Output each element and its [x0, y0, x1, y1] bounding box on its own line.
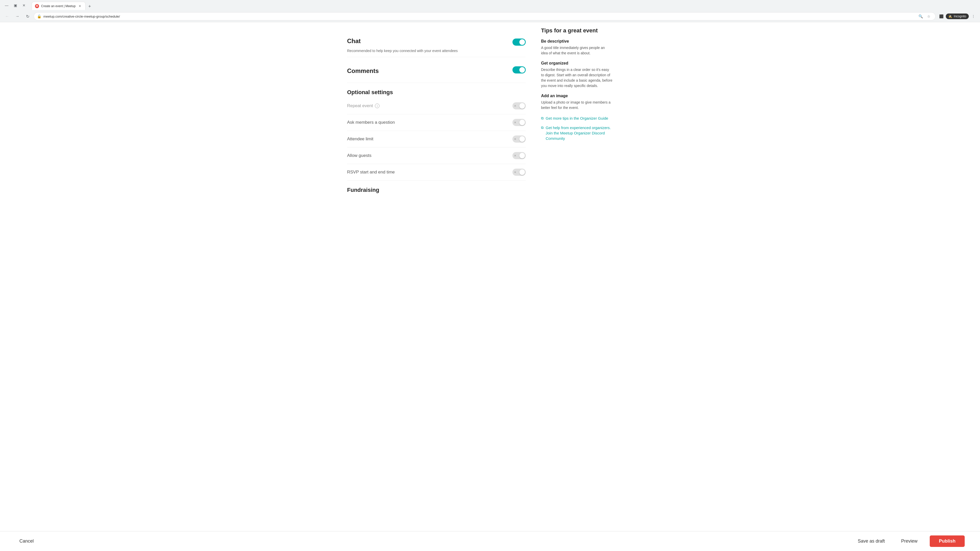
allow-guests-label: Allow guests: [347, 153, 371, 158]
repeat-event-info-icon[interactable]: i: [375, 103, 380, 108]
tab-close-button[interactable]: ✕: [78, 4, 82, 8]
chat-helper-text: Recommended to help keep you connected w…: [347, 49, 458, 53]
incognito-icon: 🕵: [948, 14, 952, 18]
minimize-button[interactable]: —: [3, 2, 10, 9]
tip-add-image: Add an image Upload a photo or image to …: [541, 94, 612, 110]
discord-link[interactable]: Get help from experienced organizers. Jo…: [546, 125, 612, 141]
comments-toggle[interactable]: ✓: [512, 66, 526, 73]
close-button[interactable]: ✕: [21, 2, 27, 9]
url-text: meetup.com/creative-circle-meetup-group/…: [43, 14, 915, 18]
search-icon[interactable]: 🔍: [917, 13, 924, 20]
rsvp-time-row: RSVP start and end time ✕: [347, 164, 526, 181]
discord-link-container: ⧉ Get help from experienced organizers. …: [541, 125, 612, 141]
reload-button[interactable]: ↻: [24, 12, 32, 21]
ask-members-toggle[interactable]: ✕: [512, 119, 526, 126]
repeat-event-x-icon: ✕: [514, 104, 516, 108]
organizer-guide-link-container: ⧉ Get more tips in the Organizer Guide: [541, 116, 612, 121]
repeat-event-row: Repeat event i ✕: [347, 98, 526, 114]
comments-label: Comments: [347, 67, 379, 75]
ask-members-toggle-thumb: [519, 120, 525, 125]
attendee-limit-toggle-track: ✕: [512, 135, 526, 143]
optional-settings-title: Optional settings: [347, 89, 526, 96]
lock-icon: 🔒: [37, 14, 41, 18]
tips-sidebar: Tips for a great event Be descriptive A …: [526, 22, 612, 225]
maximize-button[interactable]: ▣: [12, 2, 19, 9]
browser-titlebar: — ▣ ✕ M Create an event | Meetup ✕ +: [0, 0, 980, 11]
allow-guests-x-icon: ✕: [514, 154, 516, 157]
attendee-limit-label: Attendee limit: [347, 137, 373, 141]
ask-members-x-icon: ✕: [514, 121, 516, 124]
organizer-guide-external-icon: ⧉: [541, 116, 544, 121]
page-container: Chat Recommended to help keep you connec…: [337, 22, 643, 225]
browser-menu-buttons: ⬛ 🕵 Incognito ⋮: [938, 13, 977, 20]
address-bar-row: ← → ↻ 🔒 meetup.com/creative-circle-meetu…: [0, 11, 980, 22]
incognito-label: Incognito: [954, 14, 966, 18]
attendee-limit-toggle[interactable]: ✕: [512, 135, 526, 143]
address-bar-actions: 🔍 ☆: [917, 13, 932, 20]
attendee-limit-x-icon: ✕: [514, 138, 516, 141]
window-controls: — ▣ ✕: [3, 2, 27, 9]
chat-toggle-checkmark: ✓: [522, 40, 524, 44]
chat-label-group: Chat Recommended to help keep you connec…: [347, 32, 458, 53]
comments-toggle-slider: ✓: [512, 66, 526, 73]
fundraising-section: Fundraising: [347, 181, 526, 200]
organizer-guide-link[interactable]: Get more tips in the Organizer Guide: [546, 116, 608, 121]
tip-add-image-heading: Add an image: [541, 94, 612, 98]
rsvp-time-toggle-thumb: [519, 169, 525, 175]
browser-menu-button[interactable]: ⋮: [970, 13, 977, 20]
repeat-event-toggle-thumb: [519, 103, 525, 109]
chat-section: Chat Recommended to help keep you connec…: [347, 27, 526, 57]
rsvp-time-label: RSVP start and end time: [347, 170, 395, 175]
browser-chrome: — ▣ ✕ M Create an event | Meetup ✕ + ← →…: [0, 0, 980, 22]
tip-add-image-text: Upload a photo or image to give members …: [541, 100, 612, 110]
back-button[interactable]: ←: [3, 12, 11, 21]
tip-get-organized-text: Describe things in a clear order so it's…: [541, 67, 612, 89]
allow-guests-row: Allow guests ✕: [347, 148, 526, 164]
chat-toggle[interactable]: ✓: [512, 38, 526, 46]
repeat-event-toggle-track: ✕: [512, 102, 526, 110]
extensions-button[interactable]: ⬛: [938, 13, 945, 20]
forward-button[interactable]: →: [13, 12, 21, 21]
attendee-limit-row: Attendee limit ✕: [347, 131, 526, 148]
rsvp-time-x-icon: ✕: [514, 171, 516, 174]
tip-be-descriptive: Be descriptive A good title immediately …: [541, 39, 612, 56]
chat-toggle-slider: ✓: [512, 38, 526, 46]
new-tab-button[interactable]: +: [86, 3, 93, 10]
repeat-event-toggle[interactable]: ✕: [512, 102, 526, 110]
fundraising-title: Fundraising: [347, 187, 526, 193]
ask-members-label: Ask members a question: [347, 120, 395, 125]
comments-toggle-checkmark: ✓: [522, 68, 524, 72]
attendee-limit-toggle-thumb: [519, 136, 525, 142]
address-bar[interactable]: 🔒 meetup.com/creative-circle-meetup-grou…: [34, 12, 935, 21]
allow-guests-toggle[interactable]: ✕: [512, 152, 526, 159]
tip-be-descriptive-heading: Be descriptive: [541, 39, 612, 44]
rsvp-time-toggle-track: ✕: [512, 168, 526, 176]
chat-label: Chat: [347, 38, 458, 44]
tab-title: Create an event | Meetup: [41, 4, 76, 8]
active-tab[interactable]: M Create an event | Meetup ✕: [32, 2, 86, 10]
discord-external-icon: ⧉: [541, 125, 544, 130]
rsvp-time-toggle[interactable]: ✕: [512, 168, 526, 176]
tip-get-organized-heading: Get organized: [541, 61, 612, 65]
comments-section: Comments ✓: [347, 57, 526, 83]
allow-guests-toggle-track: ✕: [512, 152, 526, 159]
allow-guests-toggle-thumb: [519, 153, 525, 159]
bookmark-icon[interactable]: ☆: [925, 13, 932, 20]
main-content: Chat Recommended to help keep you connec…: [347, 22, 526, 225]
tab-favicon: M: [35, 4, 39, 8]
tip-get-organized: Get organized Describe things in a clear…: [541, 61, 612, 89]
tips-title: Tips for a great event: [541, 27, 612, 34]
tab-bar: M Create an event | Meetup ✕ +: [30, 1, 95, 10]
incognito-badge: 🕵 Incognito: [946, 14, 969, 19]
ask-members-row: Ask members a question ✕: [347, 114, 526, 131]
tip-be-descriptive-text: A good title immediately gives people an…: [541, 45, 612, 56]
ask-members-toggle-track: ✕: [512, 119, 526, 126]
repeat-event-label: Repeat event i: [347, 103, 380, 108]
